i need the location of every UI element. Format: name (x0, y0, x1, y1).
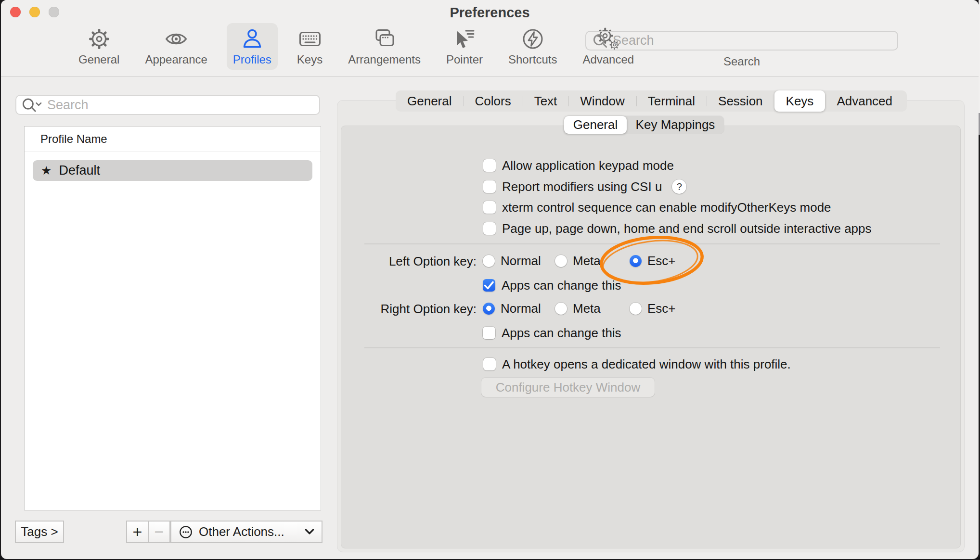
checkbox-label: A hotkey opens a dedicated window with t… (502, 357, 791, 372)
configure-hotkey-window-button[interactable]: Configure Hotkey Window (481, 378, 655, 397)
other-actions-label: Other Actions... (199, 524, 284, 539)
tab-session[interactable]: Session (707, 90, 774, 112)
right-option-meta: Meta (555, 301, 601, 316)
checkbox-label: Allow application keypad mode (502, 158, 674, 173)
tab-terminal[interactable]: Terminal (636, 90, 707, 112)
checkbox-label: Apps can change this (502, 278, 621, 293)
cursor-icon (453, 27, 476, 51)
toolbar-item-profiles[interactable]: Profiles (227, 23, 278, 70)
bolt-icon (521, 27, 544, 51)
checkbox-row: Apps can change this (483, 278, 621, 293)
help-button[interactable]: ? (672, 179, 686, 194)
keys-subtabs: General Key Mappings (564, 116, 724, 134)
profile-list: Profile Name ★ Default (24, 126, 321, 510)
toolbar-search-field[interactable] (585, 31, 898, 51)
screen: { "window": { "title": "Preferences" }, … (0, 0, 980, 560)
checkbox-label: Apps can change this (502, 326, 621, 341)
circled-ellipsis-icon (179, 525, 193, 539)
profile-tabs: General Colors Text Window Terminal Sess… (396, 90, 907, 112)
profile-search-field[interactable] (15, 95, 320, 115)
right-option-normal: Normal (483, 301, 541, 316)
toolbar-item-label: Appearance (145, 53, 207, 66)
checkbox-label: Page up, page down, home and end scroll … (502, 221, 872, 236)
toolbar-item-pointer[interactable]: Pointer (440, 23, 489, 70)
window-title: Preferences (1, 5, 979, 21)
keyboard-icon (298, 27, 322, 51)
tab-keys[interactable]: Keys (774, 90, 825, 112)
divider (364, 243, 940, 244)
eye-icon (165, 27, 188, 51)
toolbar-item-label: Keys (297, 53, 322, 66)
checkbox-row: A hotkey opens a dedicated window with t… (483, 357, 791, 371)
left-option-meta: Meta (555, 254, 601, 268)
checkbox-row: Allow application keypad mode (483, 158, 674, 173)
checkbox-label: Report modifiers using CSI u (502, 179, 662, 194)
radio-meta[interactable] (555, 255, 567, 267)
default-star-icon: ★ (41, 164, 52, 178)
profile-row-default[interactable]: ★ Default (33, 160, 312, 181)
preferences-toolbar: General Appearance Profiles Keys Arrange… (72, 23, 640, 70)
remove-profile-button[interactable]: − (148, 521, 170, 543)
left-apps-can-change-checkbox[interactable] (483, 279, 495, 292)
allow-keypad-checkbox[interactable] (483, 159, 496, 172)
toolbar-item-label: Shortcuts (508, 53, 557, 66)
checkbox-row: Apps can change this (483, 326, 621, 340)
right-apps-can-change-checkbox[interactable] (483, 327, 495, 339)
toolbar-item-appearance[interactable]: Appearance (139, 23, 213, 70)
radio-label: Meta (573, 301, 601, 316)
toolbar-item-label: General (78, 53, 119, 66)
tab-text[interactable]: Text (523, 90, 569, 112)
chevron-down-icon (305, 529, 314, 535)
right-option-key-label: Right Option key: (360, 302, 477, 317)
preferences-window: Preferences General Appearance Profiles … (1, 0, 979, 559)
left-option-esc: Esc+ (630, 254, 676, 268)
tab-window[interactable]: Window (568, 90, 636, 112)
windows-icon (373, 27, 396, 51)
titlebar-toolbar: Preferences General Appearance Profiles … (1, 0, 979, 76)
radio-meta[interactable] (555, 303, 567, 315)
add-profile-button[interactable]: + (126, 521, 149, 543)
toolbar-item-label: Pointer (446, 53, 483, 66)
checkbox-label: xterm control sequence can enable modify… (502, 200, 831, 215)
tab-colors[interactable]: Colors (464, 90, 523, 112)
subtab-key-mappings[interactable]: Key Mappings (627, 116, 724, 134)
radio-label: Esc+ (647, 254, 676, 268)
toolbar-item-general[interactable]: General (72, 23, 126, 70)
radio-label: Esc+ (647, 301, 676, 316)
toolbar-search-input[interactable] (613, 33, 891, 48)
csi-u-checkbox[interactable] (483, 180, 496, 193)
right-option-esc: Esc+ (630, 301, 676, 316)
page-scroll-checkbox[interactable] (483, 222, 496, 235)
toolbar-item-label: Profiles (233, 53, 271, 66)
checkbox-row: Page up, page down, home and end scroll … (483, 221, 872, 236)
modify-other-keys-checkbox[interactable] (483, 201, 496, 214)
person-icon (241, 27, 264, 51)
scoped-search-icon (21, 97, 42, 113)
tab-general[interactable]: General (396, 90, 464, 112)
divider (364, 347, 940, 348)
checkbox-row: xterm control sequence can enable modify… (483, 200, 831, 215)
toolbar-item-shortcuts[interactable]: Shortcuts (502, 23, 563, 70)
tab-advanced[interactable]: Advanced (825, 90, 904, 112)
toolbar-item-arrangements[interactable]: Arrangements (342, 23, 427, 70)
left-option-key-label: Left Option key: (360, 254, 477, 269)
toolbar-item-label: Arrangements (348, 53, 421, 66)
radio-normal[interactable] (483, 255, 495, 267)
radio-esc-selected[interactable] (630, 255, 642, 267)
profile-search-input[interactable] (47, 98, 314, 113)
gear-icon (88, 27, 111, 51)
radio-esc[interactable] (630, 303, 642, 315)
hotkey-window-checkbox[interactable] (483, 358, 496, 370)
search-icon (592, 33, 608, 49)
radio-label: Meta (573, 254, 601, 268)
left-option-normal: Normal (483, 254, 541, 268)
profile-name: Default (59, 163, 100, 178)
toolbar-item-keys[interactable]: Keys (291, 23, 329, 70)
radio-label: Normal (501, 254, 541, 268)
other-actions-dropdown[interactable]: Other Actions... (170, 521, 322, 543)
profile-list-header: Profile Name (25, 127, 321, 152)
toolbar-search-caption: Search (585, 55, 898, 68)
tags-button[interactable]: Tags > (15, 521, 64, 543)
radio-normal-selected[interactable] (483, 303, 495, 315)
subtab-general[interactable]: General (564, 116, 627, 134)
